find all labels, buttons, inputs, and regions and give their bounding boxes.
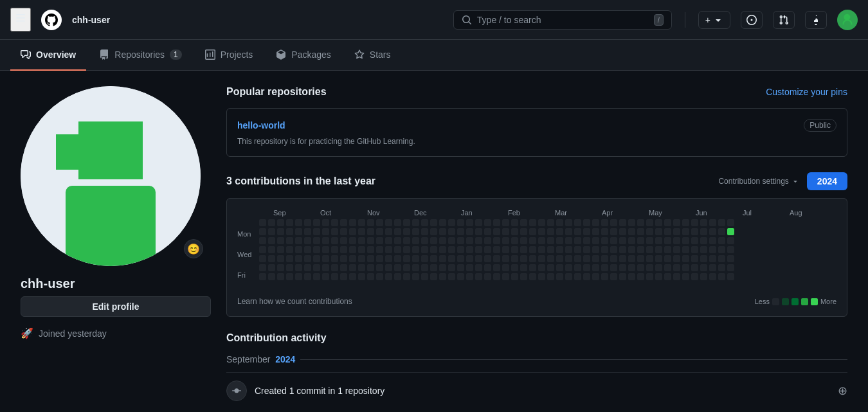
contrib-cell[interactable] bbox=[655, 237, 662, 244]
contrib-cell[interactable] bbox=[628, 219, 635, 226]
contrib-cell[interactable] bbox=[475, 228, 482, 235]
contrib-cell[interactable] bbox=[565, 237, 572, 244]
contrib-cell[interactable] bbox=[565, 273, 572, 280]
contrib-cell[interactable] bbox=[277, 246, 284, 253]
contrib-cell[interactable] bbox=[673, 237, 680, 244]
contrib-cell[interactable] bbox=[601, 255, 608, 262]
contrib-cell[interactable] bbox=[466, 264, 473, 271]
contrib-cell[interactable] bbox=[322, 255, 329, 262]
contrib-cell[interactable] bbox=[493, 246, 500, 253]
contrib-cell[interactable] bbox=[628, 228, 635, 235]
contrib-cell[interactable] bbox=[655, 273, 662, 280]
contrib-cell[interactable] bbox=[367, 255, 374, 262]
contrib-cell[interactable] bbox=[367, 264, 374, 271]
contrib-cell[interactable] bbox=[691, 255, 698, 262]
contrib-cell[interactable] bbox=[529, 255, 536, 262]
contrib-cell[interactable] bbox=[529, 219, 536, 226]
tab-packages[interactable]: Packages bbox=[266, 40, 341, 71]
contrib-cell[interactable] bbox=[628, 246, 635, 253]
contrib-cell[interactable] bbox=[268, 219, 275, 226]
contrib-cell[interactable] bbox=[376, 273, 383, 280]
contrib-cell[interactable] bbox=[637, 237, 644, 244]
contrib-cell[interactable] bbox=[385, 228, 392, 235]
contrib-cell[interactable] bbox=[664, 228, 671, 235]
contrib-cell[interactable] bbox=[574, 246, 581, 253]
contrib-cell[interactable] bbox=[349, 264, 356, 271]
contrib-cell[interactable] bbox=[547, 273, 554, 280]
contrib-cell[interactable] bbox=[538, 219, 545, 226]
contrib-cell[interactable] bbox=[340, 228, 347, 235]
contrib-cell[interactable] bbox=[376, 237, 383, 244]
contrib-cell[interactable] bbox=[340, 219, 347, 226]
contrib-cell[interactable] bbox=[538, 237, 545, 244]
contrib-cell[interactable] bbox=[277, 273, 284, 280]
contrib-cell[interactable] bbox=[628, 264, 635, 271]
contrib-cell[interactable] bbox=[304, 219, 311, 226]
contrib-cell[interactable] bbox=[619, 273, 626, 280]
contrib-cell[interactable] bbox=[610, 273, 617, 280]
contrib-cell[interactable] bbox=[376, 228, 383, 235]
contrib-cell[interactable] bbox=[727, 228, 734, 235]
contrib-cell[interactable] bbox=[466, 237, 473, 244]
contrib-cell[interactable] bbox=[493, 237, 500, 244]
contrib-cell[interactable] bbox=[727, 255, 734, 262]
contrib-cell[interactable] bbox=[457, 255, 464, 262]
contrib-cell[interactable] bbox=[466, 219, 473, 226]
contrib-cell[interactable] bbox=[511, 273, 518, 280]
contrib-cell[interactable] bbox=[340, 255, 347, 262]
contrib-cell[interactable] bbox=[709, 228, 716, 235]
contrib-cell[interactable] bbox=[574, 219, 581, 226]
contrib-cell[interactable] bbox=[529, 237, 536, 244]
contrib-cell[interactable] bbox=[493, 273, 500, 280]
contrib-cell[interactable] bbox=[286, 273, 293, 280]
contrib-cell[interactable] bbox=[673, 273, 680, 280]
contrib-cell[interactable] bbox=[520, 228, 527, 235]
contrib-cell[interactable] bbox=[259, 264, 266, 271]
contrib-cell[interactable] bbox=[502, 264, 509, 271]
contrib-cell[interactable] bbox=[403, 246, 410, 253]
contrib-cell[interactable] bbox=[475, 237, 482, 244]
contrib-cell[interactable] bbox=[538, 264, 545, 271]
contrib-cell[interactable] bbox=[322, 228, 329, 235]
contrib-cell[interactable] bbox=[304, 228, 311, 235]
contrib-cell[interactable] bbox=[619, 264, 626, 271]
contrib-cell[interactable] bbox=[520, 273, 527, 280]
contrib-cell[interactable] bbox=[547, 228, 554, 235]
contrib-cell[interactable] bbox=[448, 237, 455, 244]
contrib-cell[interactable] bbox=[430, 255, 437, 262]
contrib-cell[interactable] bbox=[466, 228, 473, 235]
contrib-cell[interactable] bbox=[682, 255, 689, 262]
contrib-cell[interactable] bbox=[520, 246, 527, 253]
contrib-cell[interactable] bbox=[277, 219, 284, 226]
contrib-cell[interactable] bbox=[547, 219, 554, 226]
contrib-cell[interactable] bbox=[691, 273, 698, 280]
contrib-cell[interactable] bbox=[673, 255, 680, 262]
contrib-cell[interactable] bbox=[727, 246, 734, 253]
contrib-cell[interactable] bbox=[286, 246, 293, 253]
contrib-cell[interactable] bbox=[286, 255, 293, 262]
contrib-cell[interactable] bbox=[268, 237, 275, 244]
contrib-cell[interactable] bbox=[700, 255, 707, 262]
contrib-cell[interactable] bbox=[502, 219, 509, 226]
contrib-cell[interactable] bbox=[502, 246, 509, 253]
contrib-cell[interactable] bbox=[529, 228, 536, 235]
contrib-cell[interactable] bbox=[322, 273, 329, 280]
contrib-cell[interactable] bbox=[655, 246, 662, 253]
activity-expand-button[interactable]: ⊕ bbox=[838, 384, 847, 398]
contrib-cell[interactable] bbox=[466, 246, 473, 253]
contrib-cell[interactable] bbox=[448, 219, 455, 226]
contrib-cell[interactable] bbox=[295, 273, 302, 280]
contrib-cell[interactable] bbox=[484, 264, 491, 271]
contrib-cell[interactable] bbox=[403, 255, 410, 262]
contrib-cell[interactable] bbox=[439, 228, 446, 235]
contrib-cell[interactable] bbox=[403, 273, 410, 280]
contrib-cell[interactable] bbox=[304, 264, 311, 271]
contrib-cell[interactable] bbox=[448, 228, 455, 235]
contrib-cell[interactable] bbox=[358, 264, 365, 271]
contrib-cell[interactable] bbox=[466, 273, 473, 280]
contrib-cell[interactable] bbox=[430, 273, 437, 280]
contrib-cell[interactable] bbox=[583, 246, 590, 253]
contrib-cell[interactable] bbox=[367, 228, 374, 235]
contrib-cell[interactable] bbox=[565, 228, 572, 235]
contrib-cell[interactable] bbox=[394, 264, 401, 271]
